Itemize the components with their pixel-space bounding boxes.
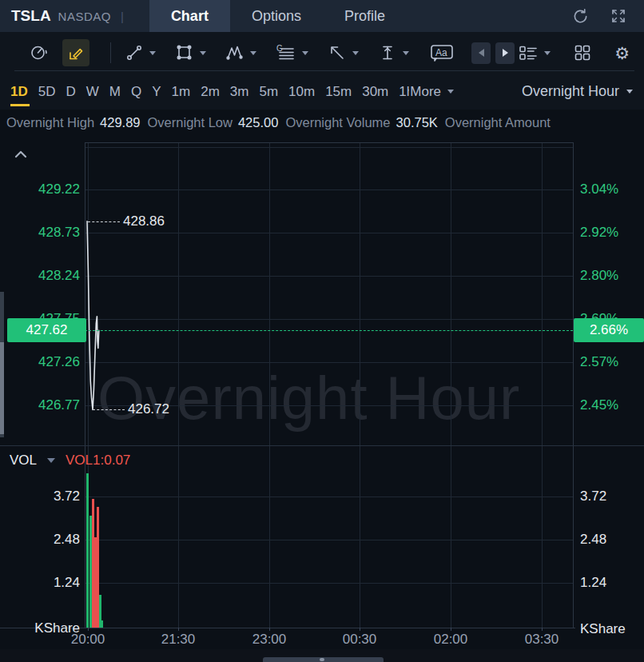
prev-drawing-icon[interactable] — [471, 42, 491, 64]
tab-options[interactable]: Options — [230, 0, 323, 32]
text-annotation-icon[interactable]: Aa — [430, 42, 454, 63]
session-selector-dropdown[interactable]: Overnight Hour — [522, 83, 633, 100]
bottom-scroll-track — [0, 649, 644, 662]
gridline-horizontal — [85, 583, 573, 584]
percent-axis-label: 2.45% — [580, 397, 618, 413]
gridline-horizontal — [85, 189, 573, 190]
timeframe-d[interactable]: D — [66, 84, 75, 100]
measure-tool-icon[interactable] — [378, 43, 409, 62]
overnight-stats-bar: Overnight High429.89Overnight Low425.00O… — [6, 110, 644, 136]
gridline-vertical — [542, 142, 543, 628]
refresh-icon[interactable] — [570, 6, 590, 26]
gridline-horizontal — [85, 233, 573, 233]
x-axis-line — [0, 628, 575, 628]
drawing-list-icon[interactable] — [518, 43, 551, 62]
rectangle-caret-icon[interactable] — [200, 51, 206, 55]
gridline-horizontal — [85, 362, 573, 363]
wave-caret-icon[interactable] — [250, 51, 256, 55]
current-change-badge: 2.66% — [574, 318, 644, 342]
volume-unit-right: KShare — [580, 621, 626, 637]
plot-left-border — [85, 142, 85, 628]
arrow-tool-icon[interactable] — [328, 43, 359, 62]
x-axis-tick — [451, 628, 451, 631]
arrow-caret-icon[interactable] — [352, 51, 359, 55]
stat-item: Overnight Amount — [445, 115, 556, 130]
percent-axis-label: 2.80% — [580, 268, 618, 284]
x-axis-tick — [542, 628, 543, 631]
indicator-gauge-icon[interactable] — [29, 43, 48, 62]
stat-item: Overnight High429.89 — [6, 115, 141, 130]
stat-label: Overnight Amount — [445, 115, 551, 130]
timeframe-bar: 1D5DDWMQY1m2m3m5m10m15m30m1h More Overni… — [0, 74, 644, 110]
timeframe-2m[interactable]: 2m — [201, 84, 220, 100]
timeframe-3m[interactable]: 3m — [230, 84, 249, 100]
x-axis-tick — [178, 628, 179, 631]
tab-profile[interactable]: Profile — [323, 0, 407, 32]
trading-app-window: TSLA NASDAQ | ChartOptionsProfile — [0, 0, 644, 662]
x-axis-tick — [88, 628, 89, 631]
low-marker-dash — [93, 409, 125, 410]
settings-gear-icon[interactable]: ⚙ — [614, 45, 630, 62]
gridline-horizontal — [85, 276, 573, 277]
chart-canvas[interactable]: Overnight Hour 428.86 426.72 427.62 2.66… — [0, 136, 644, 662]
timeframe-m[interactable]: M — [109, 84, 121, 100]
left-scrollbar-thumb[interactable] — [0, 342, 4, 434]
timeframe-5d[interactable]: 5D — [38, 84, 56, 100]
gridline-horizontal — [85, 147, 573, 148]
symbol-ticker: TSLA — [11, 7, 51, 25]
next-drawing-icon[interactable] — [495, 42, 515, 64]
volume-title[interactable]: VOL — [10, 453, 37, 469]
low-marker-label: 426.72 — [128, 401, 169, 417]
collapse-stats-chevron-icon[interactable] — [14, 147, 27, 162]
stat-label: Overnight Volume — [285, 115, 390, 130]
timeframe-more-button[interactable]: More — [410, 84, 454, 100]
rectangle-tool-icon[interactable] — [175, 43, 206, 62]
stat-label: Overnight High — [6, 115, 94, 130]
volume-axis-label-right: 3.72 — [580, 489, 606, 504]
trendline-caret-icon[interactable] — [149, 51, 156, 55]
drawing-list-caret-icon[interactable] — [544, 51, 551, 55]
stat-label: Overnight Low — [148, 115, 233, 130]
timeframe-1d[interactable]: 1D — [10, 84, 28, 100]
timeframe-5m[interactable]: 5m — [259, 84, 278, 100]
session-selector-label: Overnight Hour — [522, 83, 619, 100]
volume-indicator-value[interactable]: VOL1:0.07 — [66, 453, 130, 469]
left-triangle-glyph — [479, 49, 484, 57]
trendline-tool-icon[interactable] — [125, 43, 156, 62]
layout-grid-icon[interactable] — [573, 43, 592, 62]
percent-axis-label: 2.92% — [580, 225, 618, 241]
exchange-label: NASDAQ — [58, 10, 111, 23]
timeframe-q[interactable]: Q — [131, 84, 141, 100]
tab-chart[interactable]: Chart — [149, 0, 230, 32]
timeframe-30m[interactable]: 30m — [362, 84, 388, 100]
volume-dropdown-caret-icon[interactable] — [47, 458, 55, 463]
timeframe-y[interactable]: Y — [152, 84, 161, 100]
topbar: TSLA NASDAQ | ChartOptionsProfile — [0, 0, 644, 32]
draw-pencil-icon[interactable] — [62, 39, 89, 66]
volume-bar — [101, 620, 104, 628]
percent-axis-label: 2.57% — [580, 354, 618, 370]
drawing-toolbar: G Aa ⚙ — [0, 32, 644, 74]
gann-caret-icon[interactable] — [302, 51, 308, 55]
gridline-horizontal — [85, 496, 573, 497]
more-caret-icon — [447, 90, 454, 94]
timeframe-1m[interactable]: 1m — [172, 84, 191, 100]
x-axis-label: 02:00 — [427, 632, 475, 648]
topbar-tabs: ChartOptionsProfile — [149, 0, 407, 32]
expand-icon[interactable] — [609, 6, 628, 26]
timeframe-w[interactable]: W — [86, 84, 99, 100]
gann-tool-icon[interactable]: G — [276, 43, 308, 62]
wave-tool-icon[interactable] — [225, 43, 256, 62]
measure-caret-icon[interactable] — [403, 51, 409, 55]
gridline-vertical — [178, 142, 179, 628]
left-scrollbar[interactable] — [0, 292, 4, 437]
timeframe-15m[interactable]: 15m — [325, 84, 352, 100]
volume-axis-label-right: 2.48 — [580, 532, 606, 548]
timeframe-1h[interactable]: 1h — [399, 84, 409, 100]
price-axis-label: 428.24 — [6, 268, 80, 284]
bottom-scroll-handle[interactable] — [263, 657, 384, 662]
session-caret-icon — [626, 90, 633, 94]
x-axis-label: 20:00 — [64, 632, 112, 648]
timeframe-list: 1D5DDWMQY1m2m3m5m10m15m30m1h — [0, 84, 409, 100]
timeframe-10m[interactable]: 10m — [288, 84, 315, 100]
